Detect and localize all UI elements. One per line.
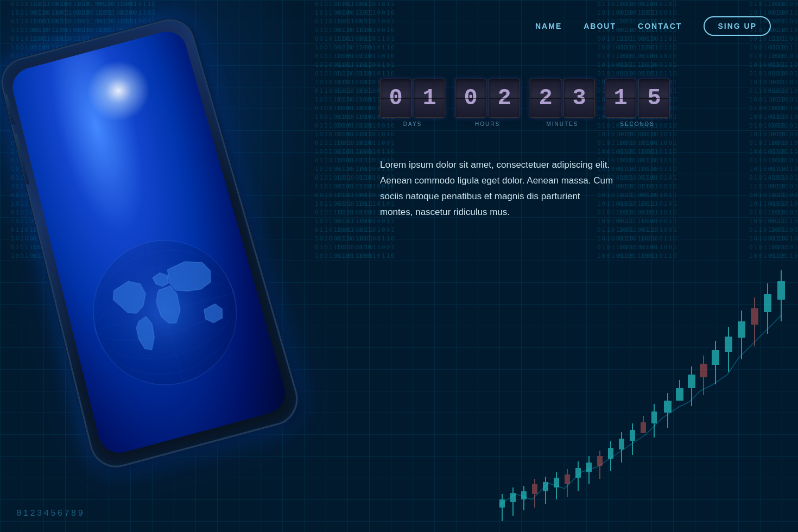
svg-rect-51 — [651, 411, 657, 423]
days-digit-1: 0 — [380, 79, 411, 118]
svg-rect-45 — [630, 430, 635, 441]
svg-rect-57 — [676, 388, 683, 401]
svg-rect-36 — [597, 456, 603, 466]
svg-rect-21 — [543, 482, 548, 491]
seconds-label: SECONDS — [620, 121, 654, 127]
countdown-minutes: 2 3 MINUTES — [530, 79, 595, 127]
nav-contact-link[interactable]: CONTACT — [638, 22, 682, 30]
minutes-digit-2: 3 — [563, 79, 595, 118]
candlestick-chart — [483, 261, 798, 532]
minutes-digit-1: 2 — [530, 79, 561, 118]
nav-name-link[interactable]: NAME — [535, 22, 562, 30]
svg-rect-9 — [499, 499, 505, 508]
chart-svg — [483, 261, 798, 532]
svg-rect-72 — [738, 321, 745, 338]
screen-flare — [80, 53, 157, 128]
svg-rect-78 — [764, 294, 771, 312]
minutes-label: MINUTES — [547, 121, 579, 127]
svg-rect-66 — [712, 350, 719, 365]
seconds-digit-1: 1 — [605, 79, 636, 118]
signup-button[interactable]: SING UP — [704, 16, 771, 36]
seconds-digit-2: 5 — [638, 79, 670, 118]
svg-rect-15 — [521, 491, 527, 499]
days-label: DAYS — [403, 121, 422, 127]
hours-digit-1: 0 — [455, 79, 486, 118]
svg-rect-69 — [725, 337, 732, 352]
svg-rect-18 — [532, 484, 537, 494]
countdown-hours: 0 2 HOURS — [455, 79, 520, 127]
days-digit-2: 1 — [414, 79, 445, 118]
svg-rect-48 — [641, 422, 646, 433]
svg-rect-39 — [608, 448, 613, 459]
phone-body — [0, 14, 305, 473]
hours-label: HOURS — [475, 121, 500, 127]
countdown-days: 0 1 DAYS — [380, 79, 445, 127]
svg-rect-33 — [586, 463, 592, 472]
countdown-timer: 0 1 DAYS 0 2 HOURS 2 3 MINUTES 1 5 SECON… — [380, 79, 670, 127]
svg-rect-12 — [510, 493, 516, 502]
svg-rect-81 — [777, 281, 785, 300]
svg-rect-63 — [700, 364, 707, 377]
seconds-digits: 1 5 — [605, 79, 670, 118]
svg-rect-42 — [619, 439, 624, 449]
body-text: Lorem ipsum dolor sit amet, consectetuer… — [380, 157, 613, 220]
svg-rect-75 — [751, 308, 758, 325]
phone-outer — [0, 14, 305, 473]
svg-rect-27 — [565, 474, 570, 484]
countdown-seconds: 1 5 SECONDS — [605, 79, 670, 127]
svg-rect-54 — [664, 401, 672, 413]
svg-rect-24 — [554, 478, 559, 487]
minutes-digits: 2 3 — [530, 79, 595, 118]
nav-about-link[interactable]: ABOUT — [584, 22, 616, 30]
bottom-numbers: 0123456789 — [16, 509, 85, 518]
hours-digit-2: 2 — [489, 79, 520, 118]
hours-digits: 0 2 — [455, 79, 520, 118]
days-digits: 0 1 — [380, 79, 445, 118]
svg-rect-60 — [688, 375, 695, 388]
svg-rect-30 — [575, 468, 581, 478]
navigation: NAME ABOUT CONTACT SING UP — [535, 16, 771, 36]
phone-button-1 — [4, 94, 15, 125]
phone-screen — [9, 27, 290, 458]
globe-svg — [72, 218, 261, 408]
